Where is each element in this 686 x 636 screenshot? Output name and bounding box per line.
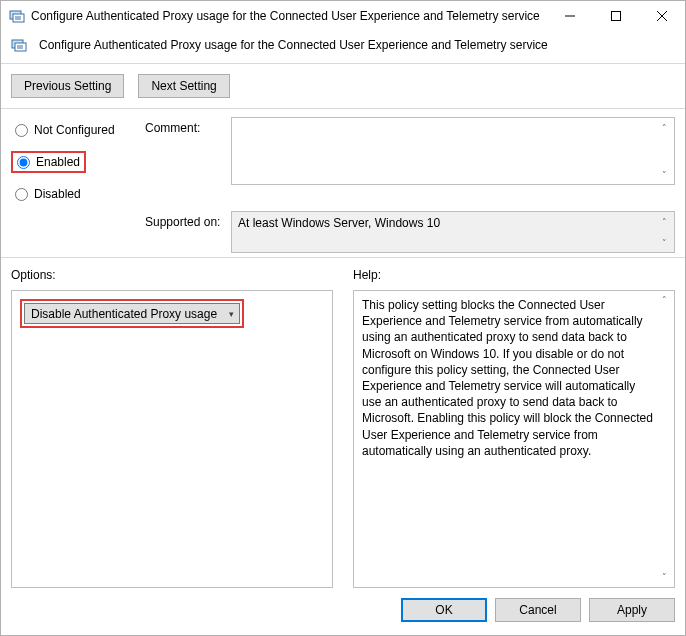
footer: OK Cancel Apply	[1, 588, 685, 632]
radio-label: Enabled	[36, 155, 80, 169]
state-radio-group: Not Configured Enabled Disabled	[11, 117, 139, 203]
scroll-down-icon: ˅	[657, 235, 672, 250]
lower-section: Options: Disable Authenticated Proxy usa…	[1, 258, 685, 588]
radio-not-configured-input[interactable]	[15, 124, 28, 137]
scroll-down-icon[interactable]: ˅	[657, 167, 672, 182]
maximize-button[interactable]	[593, 1, 639, 31]
header: Configure Authenticated Proxy usage for …	[1, 31, 685, 64]
comment-field[interactable]: ˄ ˅	[231, 117, 675, 185]
dropdown-value: Disable Authenticated Proxy usage	[25, 307, 223, 321]
radio-enabled-input[interactable]	[17, 156, 30, 169]
radio-disabled-input[interactable]	[15, 188, 28, 201]
cancel-button[interactable]: Cancel	[495, 598, 581, 622]
svg-rect-9	[15, 43, 26, 51]
titlebar: Configure Authenticated Proxy usage for …	[1, 1, 685, 31]
minimize-button[interactable]	[547, 1, 593, 31]
header-title: Configure Authenticated Proxy usage for …	[39, 38, 548, 52]
options-column: Options: Disable Authenticated Proxy usa…	[11, 264, 333, 588]
help-text-area: This policy setting blocks the Connected…	[353, 290, 675, 588]
next-setting-button[interactable]: Next Setting	[138, 74, 229, 98]
options-area: Disable Authenticated Proxy usage ▾	[11, 290, 333, 588]
supported-on-value: At least Windows Server, Windows 10	[238, 216, 440, 230]
radio-label: Not Configured	[34, 123, 115, 137]
svg-rect-1	[13, 14, 24, 22]
radio-disabled[interactable]: Disabled	[11, 185, 85, 203]
config-grid: Not Configured Enabled Disabled Comment:…	[1, 109, 685, 258]
comment-label: Comment:	[145, 117, 225, 203]
window-controls	[547, 1, 685, 31]
scroll-up-icon: ˄	[657, 214, 672, 229]
policy-icon	[9, 8, 25, 24]
options-label: Options:	[11, 264, 333, 290]
close-button[interactable]	[639, 1, 685, 31]
scroll-down-icon[interactable]: ˅	[657, 570, 672, 585]
radio-not-configured[interactable]: Not Configured	[11, 121, 119, 139]
help-text: This policy setting blocks the Connected…	[362, 298, 653, 458]
help-column: Help: This policy setting blocks the Con…	[353, 264, 675, 588]
radio-label: Disabled	[34, 187, 81, 201]
chevron-down-icon: ▾	[223, 309, 239, 319]
radio-enabled[interactable]: Enabled	[11, 151, 86, 173]
scroll-up-icon[interactable]: ˄	[657, 293, 672, 308]
proxy-usage-dropdown-highlight: Disable Authenticated Proxy usage ▾	[20, 299, 244, 328]
ok-button[interactable]: OK	[401, 598, 487, 622]
nav-row: Previous Setting Next Setting	[1, 64, 685, 109]
previous-setting-button[interactable]: Previous Setting	[11, 74, 124, 98]
supported-on-label: Supported on:	[145, 203, 225, 253]
supported-on-field: At least Windows Server, Windows 10 ˄ ˅	[231, 211, 675, 253]
window-title: Configure Authenticated Proxy usage for …	[31, 9, 547, 23]
apply-button[interactable]: Apply	[589, 598, 675, 622]
scroll-up-icon[interactable]: ˄	[657, 120, 672, 135]
svg-rect-5	[612, 12, 621, 21]
policy-icon	[11, 37, 27, 53]
help-label: Help:	[353, 264, 675, 290]
proxy-usage-dropdown[interactable]: Disable Authenticated Proxy usage ▾	[24, 303, 240, 324]
